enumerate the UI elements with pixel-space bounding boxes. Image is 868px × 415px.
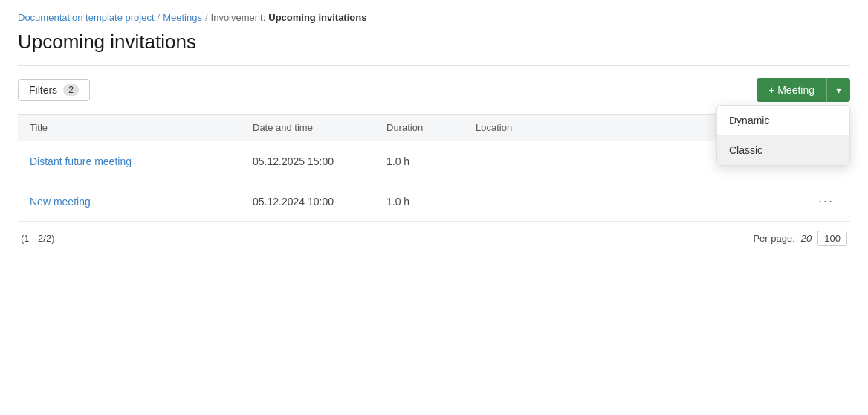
pagination-range: (1 - 2/2)	[21, 233, 55, 244]
breadcrumb-project[interactable]: Documentation template project	[18, 12, 155, 23]
dropdown-item-classic[interactable]: Classic	[717, 135, 849, 165]
per-page-selected[interactable]: 100	[817, 231, 847, 246]
col-title: Title	[30, 122, 253, 133]
per-page-active[interactable]: 20	[801, 233, 812, 244]
dropdown-item-dynamic[interactable]: Dynamic	[717, 106, 849, 135]
add-meeting-group: + Meeting ▾ Dynamic Classic	[757, 78, 850, 102]
row-actions: ···	[809, 192, 838, 210]
add-meeting-button[interactable]: + Meeting	[757, 78, 826, 102]
page-title: Upcoming invitations	[18, 30, 850, 54]
per-page-group: Per page: 20 100	[753, 231, 847, 246]
filters-button[interactable]: Filters 2	[18, 79, 90, 101]
filter-count-badge: 2	[63, 84, 79, 96]
table-row: New meeting 05.12.2024 10:00 1.0 h ···	[18, 181, 850, 222]
row-duration: 1.0 h	[386, 155, 476, 167]
breadcrumb: Documentation template project / Meeting…	[18, 12, 850, 23]
add-meeting-label: + Meeting	[768, 84, 814, 96]
breadcrumb-sep1: /	[158, 12, 161, 23]
add-meeting-dropdown-button[interactable]: ▾	[826, 78, 850, 102]
dropdown-arrow-icon: ▾	[836, 84, 841, 96]
meeting-title-link[interactable]: New meeting	[30, 196, 91, 208]
row-date: 05.12.2024 10:00	[253, 196, 386, 208]
pagination: (1 - 2/2) Per page: 20 100	[18, 222, 850, 249]
filters-label: Filters	[29, 84, 57, 96]
title-divider	[18, 65, 850, 66]
toolbar: Filters 2 + Meeting ▾ Dynamic Classic	[18, 78, 850, 102]
row-title: Distant future meeting	[30, 155, 253, 167]
row-date: 05.12.2025 15:00	[253, 155, 386, 167]
per-page-label: Per page:	[753, 233, 794, 244]
breadcrumb-involvement: Involvement:	[211, 12, 266, 23]
row-title: New meeting	[30, 196, 253, 208]
breadcrumb-meetings[interactable]: Meetings	[163, 12, 202, 23]
row-more-button[interactable]: ···	[814, 192, 838, 210]
meeting-type-dropdown: Dynamic Classic	[716, 105, 850, 166]
breadcrumb-sep2: /	[205, 12, 208, 23]
row-duration: 1.0 h	[386, 196, 476, 208]
col-duration: Duration	[386, 122, 476, 133]
breadcrumb-current: Upcoming invitations	[268, 12, 366, 23]
meeting-title-link[interactable]: Distant future meeting	[30, 155, 132, 167]
col-date-time: Date and time	[253, 122, 386, 133]
